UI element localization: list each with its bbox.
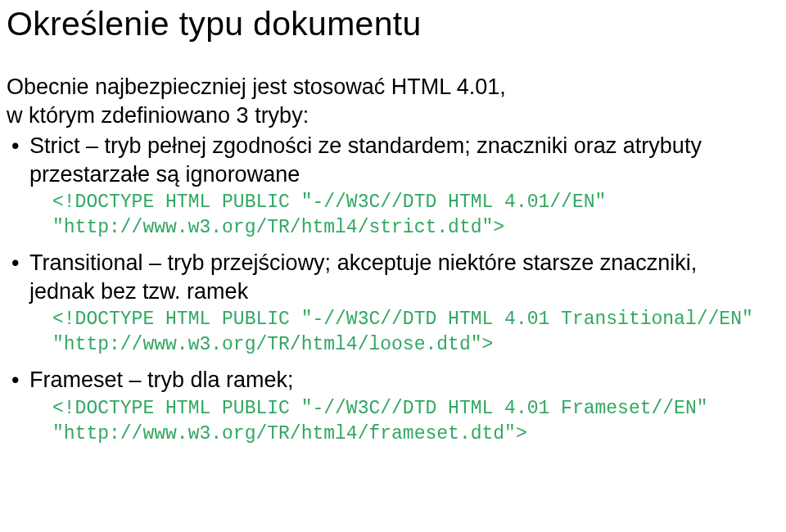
item-code: <!DOCTYPE HTML PUBLIC "-//W3C//DTD HTML …	[52, 396, 766, 447]
item-desc: Strict – tryb pełnej zgodności ze standa…	[29, 132, 766, 188]
item-desc: Frameset – tryb dla ramek;	[29, 366, 766, 394]
mode-list: Strict – tryb pełnej zgodności ze standa…	[7, 132, 766, 447]
list-item: Transitional – tryb przejściowy; akceptu…	[29, 249, 766, 358]
list-item: Frameset – tryb dla ramek; <!DOCTYPE HTM…	[29, 366, 766, 447]
item-desc: Transitional – tryb przejściowy; akceptu…	[29, 249, 766, 305]
intro-line-2: w którym zdefiniowano 3 tryby:	[7, 103, 766, 128]
item-code: <!DOCTYPE HTML PUBLIC "-//W3C//DTD HTML …	[52, 307, 766, 358]
intro-line-1: Obecnie najbezpieczniej jest stosować HT…	[7, 74, 766, 100]
item-code: <!DOCTYPE HTML PUBLIC "-//W3C//DTD HTML …	[52, 190, 766, 241]
page-title: Określenie typu dokumentu	[7, 5, 766, 43]
slide-page: Określenie typu dokumentu Obecnie najbez…	[0, 0, 786, 447]
list-item: Strict – tryb pełnej zgodności ze standa…	[29, 132, 766, 241]
